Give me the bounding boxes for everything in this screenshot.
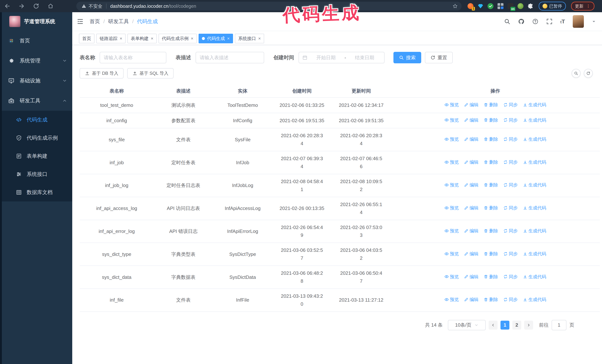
extension-grid-icon[interactable] xyxy=(497,3,504,9)
sync-link[interactable]: 同步 xyxy=(503,204,518,212)
delete-link[interactable]: 删除 xyxy=(484,101,498,108)
delete-link[interactable]: 删除 xyxy=(484,135,498,143)
table-name-input[interactable] xyxy=(100,52,166,63)
tab[interactable]: 表单构建 × xyxy=(128,34,157,43)
date-range-picker[interactable]: 开始日期 - 结束日期 xyxy=(299,52,385,63)
page-size-select[interactable]: 10条/页 xyxy=(448,320,486,330)
sync-link[interactable]: 同步 xyxy=(503,101,518,108)
close-icon[interactable]: × xyxy=(191,36,194,41)
extension-gem-icon[interactable] xyxy=(478,3,484,9)
delete-link[interactable]: 删除 xyxy=(484,250,498,258)
edit-link[interactable]: 编辑 xyxy=(464,273,478,281)
delete-link[interactable]: 删除 xyxy=(484,158,498,166)
edit-link[interactable]: 编辑 xyxy=(464,227,478,235)
close-icon[interactable]: × xyxy=(151,36,153,41)
edit-link[interactable]: 编辑 xyxy=(464,204,478,212)
generate-code-link[interactable]: 生成代码 xyxy=(523,135,546,143)
generate-code-link[interactable]: 生成代码 xyxy=(523,181,546,189)
sidebar-item-form-builder[interactable]: 表单构建 xyxy=(2,147,72,165)
sync-link[interactable]: 同步 xyxy=(503,296,518,303)
generate-code-link[interactable]: 生成代码 xyxy=(523,250,546,258)
fullscreen-icon[interactable] xyxy=(546,18,553,25)
sidebar-item-home[interactable]: 首页 xyxy=(2,31,72,51)
edit-link[interactable]: 编辑 xyxy=(464,101,478,108)
generate-code-link[interactable]: 生成代码 xyxy=(523,273,546,281)
breadcrumb-home[interactable]: 首页 xyxy=(90,18,100,25)
breadcrumb-dev-tools[interactable]: 研发工具 xyxy=(108,18,129,25)
sync-link[interactable]: 同步 xyxy=(503,250,518,258)
delete-link[interactable]: 删除 xyxy=(484,227,498,235)
import-db-button[interactable]: 基于 DB 导入 xyxy=(80,68,124,79)
preview-link[interactable]: 预览 xyxy=(444,273,459,281)
edit-link[interactable]: 编辑 xyxy=(464,158,478,166)
generate-code-link[interactable]: 生成代码 xyxy=(523,296,546,303)
sidebar-item-system-api[interactable]: 系统接口 xyxy=(2,165,72,183)
extension-puzzle-icon[interactable] xyxy=(527,3,533,9)
close-icon[interactable]: × xyxy=(120,36,122,41)
sidebar-item-codegen[interactable]: 代码生成 xyxy=(2,111,72,129)
browser-reload-icon[interactable] xyxy=(33,3,39,9)
breadcrumb-current[interactable]: 代码生成 xyxy=(137,18,158,25)
delete-link[interactable]: 删除 xyxy=(484,273,498,281)
prev-page-button[interactable] xyxy=(489,321,497,330)
sync-link[interactable]: 同步 xyxy=(503,273,518,281)
tab[interactable]: 代码生成示例 × xyxy=(159,34,197,43)
page-button-2[interactable]: 2 xyxy=(512,321,521,330)
sidebar-item-codegen-example[interactable]: 代码生成示例 xyxy=(2,129,72,147)
edit-link[interactable]: 编辑 xyxy=(464,116,478,124)
extension-icon[interactable]: 1 xyxy=(468,3,473,9)
sidebar-item-infrastructure[interactable]: 基础设施 xyxy=(2,71,72,91)
preview-link[interactable]: 预览 xyxy=(444,296,459,303)
browser-forward-icon[interactable] xyxy=(19,3,25,9)
search-button[interactable]: 搜索 xyxy=(393,52,421,63)
sync-link[interactable]: 同步 xyxy=(503,181,518,189)
preview-link[interactable]: 预览 xyxy=(444,181,459,189)
goto-page-input[interactable] xyxy=(552,320,566,330)
sidebar-item-db-doc[interactable]: 数据库文档 xyxy=(2,183,72,201)
generate-code-link[interactable]: 生成代码 xyxy=(523,158,546,166)
preview-link[interactable]: 预览 xyxy=(444,158,459,166)
refresh-table-button[interactable] xyxy=(584,69,593,78)
help-icon[interactable] xyxy=(532,18,538,25)
preview-link[interactable]: 预览 xyxy=(444,116,459,124)
toggle-search-button[interactable] xyxy=(572,69,580,78)
delete-link[interactable]: 删除 xyxy=(484,204,498,212)
font-size-icon[interactable]: tT xyxy=(560,19,565,24)
close-icon[interactable]: × xyxy=(258,36,261,41)
table-desc-input[interactable] xyxy=(196,52,264,63)
github-icon[interactable] xyxy=(518,18,524,25)
preview-link[interactable]: 预览 xyxy=(444,135,459,143)
sync-link[interactable]: 同步 xyxy=(503,116,518,124)
extension-check-icon[interactable] xyxy=(487,3,494,9)
reset-button[interactable]: 重置 xyxy=(425,52,453,63)
generate-code-link[interactable]: 生成代码 xyxy=(523,116,546,124)
preview-link[interactable]: 预览 xyxy=(444,250,459,258)
profile-paused-chip[interactable]: 已暂停 xyxy=(539,2,566,10)
delete-link[interactable]: 删除 xyxy=(484,296,498,303)
tab[interactable]: 链路追踪 × xyxy=(96,34,126,43)
browser-update-button[interactable]: 更新 xyxy=(571,2,594,10)
sync-link[interactable]: 同步 xyxy=(503,227,518,235)
edit-link[interactable]: 编辑 xyxy=(464,250,478,258)
edit-link[interactable]: 编辑 xyxy=(464,181,478,189)
sidebar-toggle-icon[interactable] xyxy=(77,18,84,25)
extension-icon[interactable] xyxy=(517,3,524,9)
generate-code-link[interactable]: 生成代码 xyxy=(523,227,546,235)
tab[interactable]: 首页 xyxy=(79,34,95,43)
browser-home-icon[interactable] xyxy=(47,3,54,9)
app-logo-row[interactable]: 芋道管理系统 xyxy=(2,12,72,31)
extension-icon[interactable]: on xyxy=(507,3,514,9)
preview-link[interactable]: 预览 xyxy=(444,227,459,235)
browser-back-icon[interactable] xyxy=(4,3,10,9)
close-icon[interactable]: × xyxy=(227,36,230,41)
sync-link[interactable]: 同步 xyxy=(503,135,518,143)
bookmark-star-icon[interactable] xyxy=(452,3,458,9)
delete-link[interactable]: 删除 xyxy=(484,116,498,124)
next-page-button[interactable] xyxy=(524,321,533,330)
tab[interactable]: 系统接口 × xyxy=(235,34,264,43)
url-bar[interactable]: 不安全 dashboard.yudao.iocoder.cn /tool/cod… xyxy=(76,2,462,10)
edit-link[interactable]: 编辑 xyxy=(464,296,478,303)
preview-link[interactable]: 预览 xyxy=(444,101,459,108)
edit-link[interactable]: 编辑 xyxy=(464,135,478,143)
preview-link[interactable]: 预览 xyxy=(444,204,459,212)
